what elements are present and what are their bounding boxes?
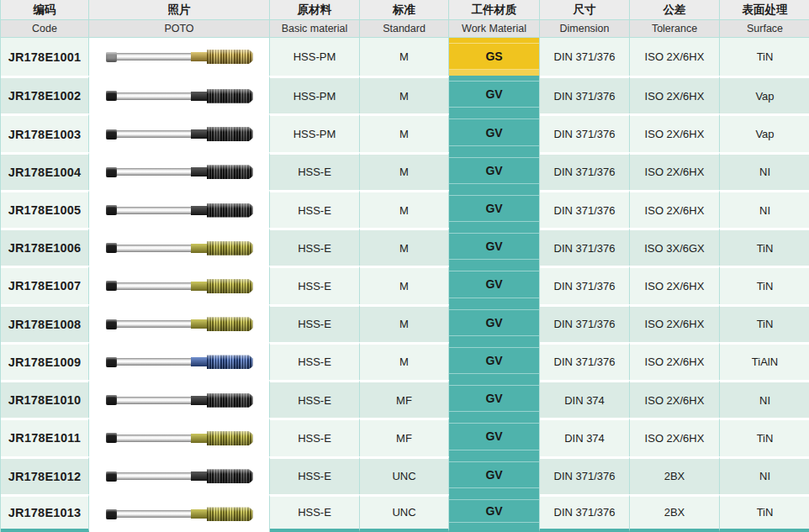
tap-thread-icon [207,127,253,141]
work-material-value: GV [449,157,539,184]
work-material-value: GS [449,43,539,70]
tap-shank-icon [115,282,191,290]
cell-dimension: DIN 371/376 [540,494,630,532]
tap-square-end-icon [106,52,117,62]
tap-square-end-icon [106,91,117,101]
cell-basic-material: HSS-E [270,228,360,266]
tap-thread-icon [207,393,253,408]
cell-standard: M [360,113,449,151]
cell-photo [89,266,270,303]
cell-code: JR178E1001 [1,38,89,76]
tap-square-end-icon [106,471,117,482]
cell-photo [89,113,270,151]
work-material-value: GV [449,499,539,523]
tap-thread-icon [207,431,253,445]
cell-basic-material: HSS-E [270,190,360,228]
tap-square-end-icon [106,129,117,140]
cell-dimension: DIN 371/376 [540,152,630,190]
cell-standard: UNC [360,494,449,532]
tap-tool-image [106,307,253,342]
cell-basic-material: HSS-E [270,494,360,532]
tap-neck-icon [191,282,208,291]
cell-photo [89,380,270,418]
cell-dimension: DIN 371/376 [540,38,630,76]
cell-dimension: DIN 374 [540,380,630,418]
cell-surface: NI [720,152,809,190]
cell-basic-material: HSS-PM [270,76,360,113]
cell-surface: TiN [720,304,809,342]
tap-tool-image [106,192,253,228]
header-zh-dimension: 尺寸 [540,0,630,20]
header-zh-work: 工件材质 [449,0,540,20]
tap-neck-icon [191,319,208,329]
cell-code: JR178E1005 [1,190,89,228]
cell-tolerance: 2BX [630,494,720,532]
header-zh-surface: 表面处理 [720,0,809,20]
tap-tool-image [106,497,253,532]
cell-photo [89,38,270,76]
cell-surface: TiN [720,266,809,303]
tap-thread-icon [207,165,253,179]
cell-dimension: DIN 371/376 [540,456,630,494]
cell-work-material: GV [449,266,540,303]
tap-square-end-icon [106,433,117,443]
cell-tolerance: ISO 2X/6HX [630,304,720,342]
cell-work-material: GV [449,456,540,494]
tap-shank-icon [115,92,191,100]
work-material-value: GV [449,309,539,336]
cell-code: JR178E1009 [1,342,89,380]
cell-photo [89,418,270,456]
work-cell-bottom-strip [449,70,539,76]
tap-thread-icon [207,355,253,369]
tap-thread-icon [207,203,253,218]
cell-standard: M [360,304,449,342]
cell-basic-material: HSS-E [270,304,360,342]
cell-tolerance: ISO 2X/6HX [630,76,720,113]
cell-photo [89,494,270,532]
header-en-dimension: Dimension [540,20,630,38]
cell-basic-material: HSS-E [270,342,360,380]
cell-code: JR178E1006 [1,228,89,266]
tap-thread-icon [207,50,253,64]
header-en-photo: POTO [89,20,270,38]
cell-standard: M [360,76,449,113]
cell-surface: Vap [720,76,809,113]
cell-tolerance: ISO 3X/6GX [630,228,720,266]
cell-tolerance: ISO 2X/6HX [630,418,720,456]
header-en-surface: Surface [720,20,809,38]
tap-square-end-icon [106,509,117,519]
tap-thread-icon [207,469,253,483]
cell-code: JR178E1010 [1,380,89,418]
tap-neck-icon [191,52,208,61]
cell-surface: TiN [720,494,809,532]
cell-dimension: DIN 374 [540,418,630,456]
cell-tolerance: 2BX [630,456,720,494]
tap-tool-image [106,345,253,380]
cell-code: JR178E1007 [1,266,89,303]
cell-standard: M [360,342,449,380]
tap-square-end-icon [106,167,117,177]
cell-code: JR178E1003 [1,113,89,151]
work-material-value: GV [449,461,539,488]
cell-work-material: GV [449,304,540,342]
cell-photo [89,342,270,380]
cell-work-material: GS [449,38,540,76]
tap-thread-icon [207,317,253,331]
cell-code: JR178E1004 [1,152,89,190]
cell-standard: UNC [360,456,449,494]
cell-photo [89,190,270,228]
tap-tool-image [106,420,253,456]
tap-square-end-icon [106,281,117,291]
cell-tolerance: ISO 2X/6HX [630,38,720,76]
cell-dimension: DIN 371/376 [540,342,630,380]
tap-thread-icon [207,507,253,521]
tap-shank-icon [115,245,191,252]
tap-thread-icon [207,279,253,293]
tap-neck-icon [191,129,208,139]
header-en-code: Code [1,20,89,38]
tap-shank-icon [115,168,191,176]
tap-square-end-icon [106,395,117,405]
header-en-material: Basic material [270,20,360,38]
tap-tool-image [106,230,253,266]
tap-neck-icon [191,471,208,481]
